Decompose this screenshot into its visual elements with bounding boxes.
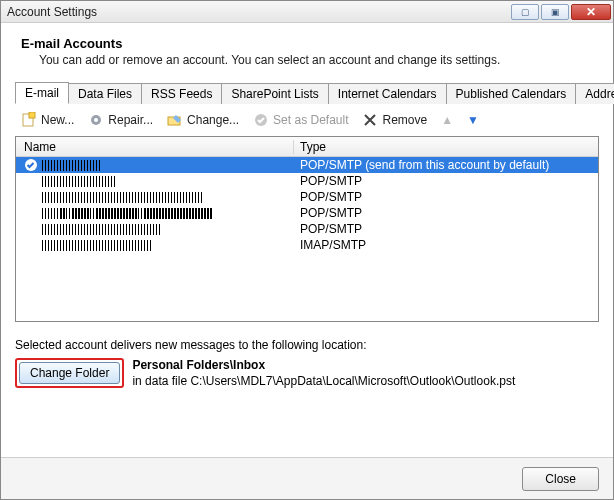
svg-rect-1 xyxy=(29,112,35,118)
gear-icon xyxy=(88,112,104,128)
toolbar-label: Remove xyxy=(382,113,427,127)
new-icon xyxy=(21,112,37,128)
toolbar-label: Repair... xyxy=(108,113,153,127)
tab-data-files[interactable]: Data Files xyxy=(68,83,142,104)
window-controls: ▢ ▣ ✕ xyxy=(511,4,611,20)
remove-account-button[interactable]: Remove xyxy=(362,112,427,128)
account-name-redacted xyxy=(42,224,162,235)
toolbar-label: Change... xyxy=(187,113,239,127)
column-type[interactable]: Type xyxy=(294,140,598,154)
accounts-list[interactable]: Name Type POP/SMTP (send from this accou… xyxy=(15,136,599,322)
account-name-redacted xyxy=(42,208,212,219)
list-rows: POP/SMTP (send from this account by defa… xyxy=(16,157,598,253)
account-type: POP/SMTP xyxy=(294,190,598,204)
delivery-file-path: in data file C:\Users\MDL7\AppData\Local… xyxy=(132,374,515,388)
account-name-redacted xyxy=(42,240,152,251)
account-type: POP/SMTP (send from this account by defa… xyxy=(294,158,598,172)
repair-account-button[interactable]: Repair... xyxy=(88,112,153,128)
account-row[interactable]: POP/SMTP xyxy=(16,221,598,237)
account-name-redacted xyxy=(42,192,202,203)
default-account-icon xyxy=(24,158,38,172)
check-circle-icon xyxy=(253,112,269,128)
window-close-button[interactable]: ✕ xyxy=(571,4,611,20)
change-folder-button[interactable]: Change Folder xyxy=(19,362,120,384)
delete-icon xyxy=(362,112,378,128)
delivery-location: Personal Folders\Inbox in data file C:\U… xyxy=(132,358,515,388)
account-row[interactable]: POP/SMTP xyxy=(16,189,598,205)
change-folder-highlight: Change Folder xyxy=(15,358,124,388)
account-type: POP/SMTP xyxy=(294,206,598,220)
account-type: IMAP/SMTP xyxy=(294,238,598,252)
tab-strip: E-mailData FilesRSS FeedsSharePoint List… xyxy=(15,81,599,104)
account-name-redacted xyxy=(42,176,117,187)
close-button[interactable]: Close xyxy=(522,467,599,491)
toolbar: New... Repair... Change... Set as Defaul… xyxy=(15,104,599,136)
section-title: E-mail Accounts xyxy=(21,36,599,51)
account-type: POP/SMTP xyxy=(294,222,598,236)
minimize-button[interactable]: ▢ xyxy=(511,4,539,20)
content-area: E-mail Accounts You can add or remove an… xyxy=(1,23,613,388)
account-row[interactable]: IMAP/SMTP xyxy=(16,237,598,253)
account-settings-window: Account Settings ▢ ▣ ✕ E-mail Accounts Y… xyxy=(0,0,614,500)
delivery-section: Selected account delivers new messages t… xyxy=(15,338,599,388)
tab-sharepoint-lists[interactable]: SharePoint Lists xyxy=(221,83,328,104)
new-account-button[interactable]: New... xyxy=(21,112,74,128)
maximize-button[interactable]: ▣ xyxy=(541,4,569,20)
change-account-button[interactable]: Change... xyxy=(167,112,239,128)
arrow-down-icon: ▼ xyxy=(467,113,479,127)
account-row[interactable]: POP/SMTP (send from this account by defa… xyxy=(16,157,598,173)
tab-published-calendars[interactable]: Published Calendars xyxy=(446,83,577,104)
tab-rss-feeds[interactable]: RSS Feeds xyxy=(141,83,222,104)
folder-edit-icon xyxy=(167,112,183,128)
toolbar-label: New... xyxy=(41,113,74,127)
account-row[interactable]: POP/SMTP xyxy=(16,205,598,221)
move-up-button: ▲ xyxy=(441,113,453,127)
column-name[interactable]: Name xyxy=(16,140,294,154)
delivery-label: Selected account delivers new messages t… xyxy=(15,338,599,352)
account-name-redacted xyxy=(42,160,102,171)
delivery-folder-path: Personal Folders\Inbox xyxy=(132,358,515,372)
arrow-up-icon: ▲ xyxy=(441,113,453,127)
window-title: Account Settings xyxy=(7,5,97,19)
dialog-footer: Close xyxy=(1,457,613,499)
titlebar: Account Settings ▢ ▣ ✕ xyxy=(1,1,613,23)
move-down-button[interactable]: ▼ xyxy=(467,113,479,127)
account-row[interactable]: POP/SMTP xyxy=(16,173,598,189)
toolbar-label: Set as Default xyxy=(273,113,348,127)
set-default-button: Set as Default xyxy=(253,112,348,128)
tab-address-books[interactable]: Address Books xyxy=(575,83,614,104)
account-type: POP/SMTP xyxy=(294,174,598,188)
section-subtitle: You can add or remove an account. You ca… xyxy=(39,53,599,67)
tab-internet-calendars[interactable]: Internet Calendars xyxy=(328,83,447,104)
tab-e-mail[interactable]: E-mail xyxy=(15,82,69,104)
svg-point-3 xyxy=(94,118,98,122)
list-header: Name Type xyxy=(16,137,598,157)
